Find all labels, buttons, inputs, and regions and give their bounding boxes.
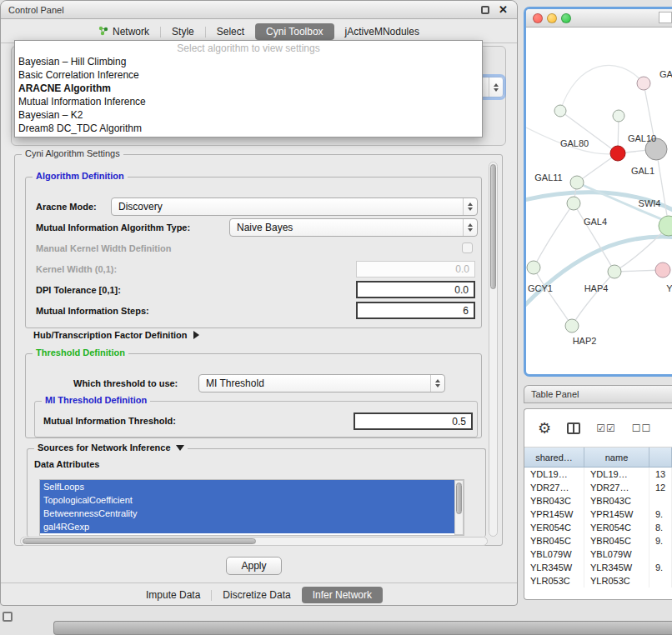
tab-style[interactable]: Style — [161, 22, 205, 41]
aracne-mode-combobox[interactable]: Discovery — [111, 198, 478, 216]
table-row[interactable]: YBR045CYBR045C9. — [524, 534, 672, 548]
manual-kernel-checkbox[interactable] — [462, 242, 473, 253]
close-panel-icon[interactable]: ✕ — [499, 3, 508, 16]
attributes-scrollbar[interactable] — [454, 480, 464, 535]
table-cell: YLR053C — [524, 574, 584, 588]
float-panel-icon[interactable] — [481, 6, 489, 14]
table-row[interactable]: YDR27…YDR27…12 — [524, 481, 672, 494]
table-row[interactable]: YBR043CYBR043C — [524, 494, 672, 508]
settings-horizontal-scrollbar[interactable] — [20, 537, 488, 546]
algorithm-option[interactable]: Bayesian – K2 — [15, 108, 482, 122]
algorithm-popup-placeholder: Select algorithm to view settings — [15, 42, 482, 55]
column-header-name[interactable]: name — [584, 448, 649, 467]
column-header-shared[interactable]: shared… — [524, 448, 584, 467]
network-canvas[interactable]: GALGAL80GAL10GAL11GAL1SWI4GAL4GCY1HAP4YH… — [526, 28, 672, 377]
network-node[interactable] — [565, 319, 579, 332]
clear-selection-icon[interactable]: ☐☐ — [632, 422, 652, 434]
select-all-rows-icon[interactable]: ☑☑ — [596, 422, 616, 434]
table-row[interactable]: YLR053CYLR053C — [524, 574, 672, 588]
network-edge[interactable] — [534, 268, 572, 326]
sources-group: Sources for Network Inference Data Attri… — [27, 448, 486, 537]
zoom-button[interactable] — [561, 13, 571, 23]
manual-kernel-label: Manual Kernel Width Definition — [36, 239, 171, 258]
network-window-titlebar — [526, 9, 672, 28]
network-node[interactable] — [570, 176, 584, 189]
table-row[interactable]: YBL079WYBL079W — [524, 548, 672, 561]
which-threshold-label: Which threshold to use: — [73, 374, 178, 392]
mi-steps-field[interactable]: 6 — [356, 302, 475, 319]
kernel-width-label: Kernel Width (0,1): — [36, 260, 117, 278]
table-cell: YER054C — [584, 521, 649, 534]
algorithm-option[interactable]: Bayesian – Hill Climbing — [15, 55, 482, 68]
table-cell: YBL079W — [584, 548, 649, 561]
table-row[interactable]: YLR345WYLR345W9. — [524, 561, 672, 574]
table-cell: YER054C — [524, 521, 584, 534]
algorithm-option[interactable]: Dream8 DC_TDC Algorithm — [15, 122, 482, 135]
network-node[interactable] — [655, 262, 670, 278]
attribute-item[interactable]: BetweennessCentrality — [40, 507, 454, 520]
attributes-scrollbar-thumb[interactable] — [456, 482, 462, 514]
table-row[interactable]: YER054CYER054C8. — [524, 521, 672, 534]
apply-button[interactable]: Apply — [226, 557, 282, 575]
column-header-extra[interactable] — [649, 448, 672, 467]
collapsed-panel-icon[interactable] — [3, 612, 13, 622]
network-edge[interactable] — [526, 237, 672, 309]
table-cell: YBR043C — [584, 494, 649, 508]
network-node[interactable] — [567, 197, 580, 210]
sources-toggle[interactable]: Sources for Network Inference — [34, 442, 188, 452]
table-cell: YBR043C — [524, 494, 584, 508]
network-node[interactable] — [610, 146, 625, 161]
node-label: HAP2 — [573, 336, 597, 346]
mi-steps-value: 6 — [463, 305, 469, 317]
tab-select[interactable]: Select — [206, 22, 255, 41]
table-cell: 8. — [649, 521, 672, 534]
attribute-item[interactable]: SelfLoops — [40, 480, 454, 493]
network-edge[interactable] — [656, 149, 669, 226]
hub-section-toggle[interactable]: Hub/Transcription Factor Definition — [33, 330, 199, 340]
tab-jactivemnodules[interactable]: jActiveMNodules — [334, 22, 430, 41]
network-node[interactable] — [637, 77, 650, 90]
network-edge[interactable] — [534, 203, 574, 268]
table-row[interactable]: YPR145WYPR145W9. — [524, 508, 672, 521]
mi-threshold-field[interactable]: 0.5 — [354, 412, 473, 430]
settings-hscroll-thumb[interactable] — [23, 538, 256, 544]
table-settings-gear-icon[interactable]: ⚙ — [538, 421, 551, 436]
network-node[interactable] — [613, 110, 624, 122]
attribute-item[interactable]: TopologicalCoefficient — [40, 493, 454, 507]
algorithm-option[interactable]: Basic Correlation Inference — [15, 68, 482, 82]
network-edge[interactable] — [572, 272, 614, 326]
dpi-tolerance-field[interactable]: 0.0 — [356, 281, 475, 298]
table-header-row: shared… name — [524, 448, 672, 468]
tab-discretize-data[interactable]: Discretize Data — [212, 586, 301, 604]
table-row[interactable]: YDL19…YDL19…13 — [524, 468, 672, 481]
network-node[interactable] — [554, 105, 566, 117]
tab-network-label: Network — [113, 26, 149, 38]
table-cell: YLR053C — [584, 574, 649, 588]
network-edge[interactable] — [560, 65, 644, 111]
settings-vertical-scrollbar[interactable] — [489, 162, 498, 537]
kernel-width-field[interactable]: 0.0 — [356, 261, 475, 278]
algorithm-option[interactable]: ARACNE Algorithm — [15, 82, 482, 95]
node-label: GAL10 — [628, 133, 656, 143]
attribute-item[interactable]: gal4RGexp — [40, 520, 454, 533]
mi-type-combobox[interactable]: Naive Bayes — [229, 218, 478, 237]
tab-infer-network[interactable]: Infer Network — [302, 587, 383, 603]
tab-cyni-toolbox[interactable]: Cyni Toolbox — [255, 23, 333, 40]
tab-network[interactable]: Network — [88, 22, 160, 42]
network-node[interactable] — [608, 265, 621, 278]
minimize-button[interactable] — [547, 13, 557, 23]
settings-vscroll-thumb[interactable] — [490, 164, 496, 289]
close-button[interactable] — [533, 13, 543, 23]
algorithm-option[interactable]: Mutual Information Inference — [15, 95, 482, 108]
table-body: YDL19…YDL19…13YDR27…YDR27…12YBR043CYBR04… — [524, 468, 672, 588]
network-node[interactable] — [527, 261, 540, 274]
which-threshold-combobox[interactable]: MI Threshold — [198, 374, 445, 392]
table-cell: YBL079W — [524, 548, 584, 561]
algorithm-popup-list: Bayesian – Hill ClimbingBasic Correlatio… — [15, 55, 482, 135]
view-toolbar-fragment[interactable] — [659, 12, 672, 23]
column-visibility-icon[interactable] — [567, 422, 580, 434]
bottom-tabbar: Impute Data Discretize Data Infer Networ… — [1, 584, 517, 606]
tab-impute-data[interactable]: Impute Data — [135, 586, 211, 604]
tab-impute-data-label: Impute Data — [146, 589, 200, 601]
node-label: HAP4 — [584, 283, 609, 293]
